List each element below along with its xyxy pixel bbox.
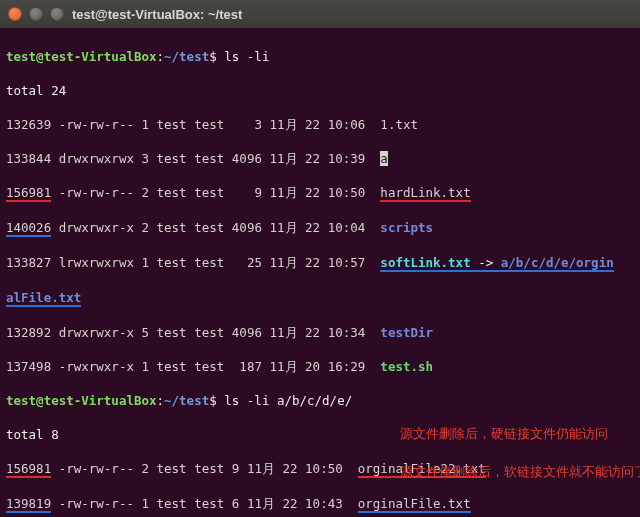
dir-testdir: testDir <box>380 325 433 340</box>
cmd-ls-deep: ls -li a/b/c/d/e/ <box>224 393 352 408</box>
ls-total: total 24 <box>6 82 634 99</box>
prompt-user: test@test-VirtualBox <box>6 49 157 64</box>
file-hardlink: hardLink.txt <box>380 185 470 202</box>
annotation-hardlink: 源文件删除后，硬链接文件仍能访问 <box>400 426 590 442</box>
file-softlink: softLink.txt <box>380 255 470 270</box>
prompt-path: ~/test <box>164 49 209 64</box>
window-controls <box>8 7 64 21</box>
file-testsh: test.sh <box>380 359 433 374</box>
window-title: test@test-VirtualBox: ~/test <box>72 7 242 22</box>
ls-row: 139819 -rw-rw-r-- 1 test test 6 11月 22 1… <box>6 495 634 513</box>
file-orginal: orginalFile.txt <box>358 496 471 513</box>
annotation-softlink: 源文件俺删除后，软链接文件就不能访问了 <box>400 464 580 480</box>
dir-a: a <box>380 151 388 166</box>
ls-row: 137498 -rwxrwxr-x 1 test test 187 11月 20… <box>6 358 634 375</box>
terminal[interactable]: test@test-VirtualBox:~/test$ ls -li tota… <box>0 28 640 517</box>
dir-scripts: scripts <box>380 220 433 235</box>
ls-row: 132892 drwxrwxr-x 5 test test 4096 11月 2… <box>6 324 634 341</box>
close-icon[interactable] <box>8 7 22 21</box>
ls-row: 132639 -rw-rw-r-- 1 test test 3 11月 22 1… <box>6 116 634 133</box>
minimize-icon[interactable] <box>29 7 43 21</box>
ls-row: 133844 drwxrwxrwx 3 test test 4096 11月 2… <box>6 150 634 167</box>
link-target-wrap: alFile.txt <box>6 290 81 307</box>
ls-row: 140026 drwxrwxr-x 2 test test 4096 11月 2… <box>6 219 634 237</box>
ls-row: 156981 -rw-rw-r-- 2 test test 9 11月 22 1… <box>6 184 634 202</box>
ls-row: 133827 lrwxrwxrwx 1 test test 25 11月 22 … <box>6 254 634 272</box>
cmd-ls-li: ls -li <box>224 49 269 64</box>
window-titlebar: test@test-VirtualBox: ~/test <box>0 0 640 28</box>
maximize-icon[interactable] <box>50 7 64 21</box>
